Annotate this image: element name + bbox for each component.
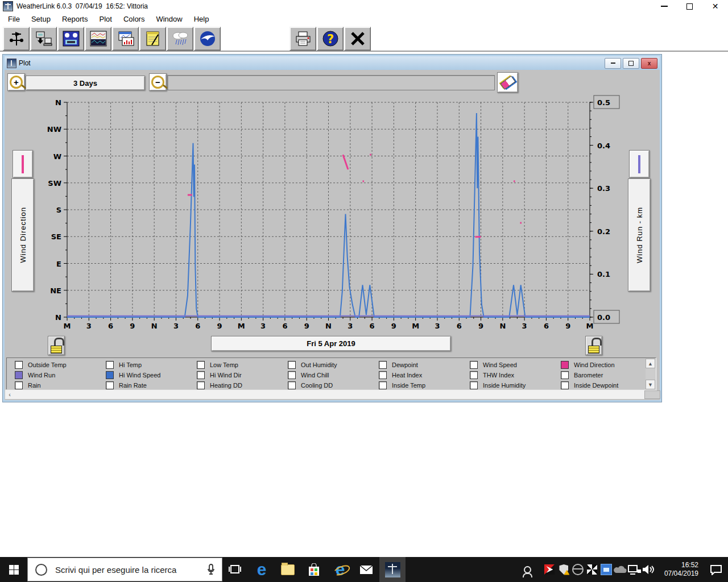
- taskbar-app-mail[interactable]: [353, 557, 379, 582]
- checkbox[interactable]: [561, 371, 569, 379]
- checkbox[interactable]: [197, 361, 205, 369]
- taskbar-app-store[interactable]: [301, 557, 327, 582]
- checkbox[interactable]: [288, 361, 296, 369]
- checkbox[interactable]: [15, 381, 23, 389]
- menu-file[interactable]: File: [2, 15, 26, 23]
- checkbox[interactable]: [15, 371, 23, 379]
- taskbar-clock[interactable]: 16:52 07/04/2019: [656, 561, 704, 578]
- checkbox[interactable]: [470, 371, 478, 379]
- wind-run-color-button[interactable]: [629, 150, 650, 178]
- option-wind-chill[interactable]: Wind Chill: [288, 371, 329, 379]
- option-hi-wind-dir[interactable]: Hi Wind Dir: [197, 371, 242, 379]
- lock-right-button[interactable]: [585, 336, 602, 355]
- close-plot-button[interactable]: [344, 27, 371, 51]
- kaspersky-icon[interactable]: [543, 557, 557, 582]
- lock-left-button[interactable]: [48, 336, 65, 355]
- option-rain-rate[interactable]: Rain Rate: [106, 381, 147, 389]
- checkbox[interactable]: [379, 361, 387, 369]
- option-thw-index[interactable]: THW Index: [470, 371, 514, 379]
- menu-colors[interactable]: Colors: [118, 15, 151, 23]
- plot-window-titlebar[interactable]: Plot x: [5, 56, 660, 70]
- onedrive-icon[interactable]: [614, 557, 628, 582]
- option-cooling-dd[interactable]: Cooling DD: [288, 381, 333, 389]
- checkbox[interactable]: [106, 361, 114, 369]
- remote-app-icon[interactable]: [599, 557, 614, 582]
- wind-direction-color-button[interactable]: [13, 150, 33, 178]
- defender-icon[interactable]: [557, 557, 571, 582]
- time-range-button[interactable]: 3 Days: [26, 76, 145, 90]
- checkbox[interactable]: [470, 381, 478, 389]
- checkbox[interactable]: [379, 371, 387, 379]
- scroll-up-icon[interactable]: ▲: [646, 359, 655, 368]
- microphone-icon[interactable]: [207, 564, 215, 575]
- option-heating-dd[interactable]: Heating DD: [197, 381, 242, 389]
- time-scroll-track[interactable]: [167, 75, 495, 90]
- checkbox[interactable]: [197, 381, 205, 389]
- network-icon[interactable]: [628, 557, 642, 582]
- action-center-button[interactable]: [704, 557, 728, 582]
- option-inside-humidity[interactable]: Inside Humidity: [470, 381, 526, 389]
- plot-close-button[interactable]: x: [641, 58, 657, 69]
- menu-window[interactable]: Window: [150, 15, 188, 23]
- checkbox[interactable]: [561, 381, 569, 389]
- restore-button[interactable]: [677, 0, 702, 13]
- rain-button[interactable]: [167, 27, 193, 51]
- option-heat-index[interactable]: Heat Index: [379, 371, 422, 379]
- taskbar-app-edge[interactable]: e: [249, 557, 275, 582]
- menu-plot[interactable]: Plot: [93, 15, 117, 23]
- bulletin-button[interactable]: [57, 27, 84, 51]
- checkbox[interactable]: [379, 381, 387, 389]
- menu-help[interactable]: Help: [188, 15, 215, 23]
- checkbox[interactable]: [288, 381, 296, 389]
- taskbar-app-file-explorer[interactable]: [275, 557, 301, 582]
- option-hi-temp[interactable]: Hi Temp: [106, 360, 142, 369]
- noaa-button[interactable]: [194, 27, 221, 51]
- date-button[interactable]: Fri 5 Apr 2019: [211, 336, 451, 351]
- taskbar-app-weatherlink[interactable]: [379, 557, 406, 582]
- volume-icon[interactable]: [642, 557, 656, 582]
- task-view-button[interactable]: [222, 557, 249, 582]
- checkbox[interactable]: [288, 371, 296, 379]
- checkbox[interactable]: [15, 361, 23, 369]
- taskbar-app-internet-explorer[interactable]: e: [327, 557, 353, 582]
- app-titlebar[interactable]: WeatherLink 6.0.3 07/04/19 16:52: Vittor…: [0, 0, 728, 13]
- checkbox[interactable]: [470, 361, 478, 369]
- help-button[interactable]: ?: [317, 27, 344, 51]
- search-input[interactable]: [54, 564, 200, 575]
- weather-station-button[interactable]: [3, 27, 30, 51]
- options-scrollbar[interactable]: ▲ ▼: [646, 359, 655, 389]
- hscroll-thumb[interactable]: [644, 390, 660, 399]
- menu-reports[interactable]: Reports: [56, 15, 94, 23]
- plot-minimize-button[interactable]: [605, 58, 621, 69]
- browser-tray-icon[interactable]: [571, 557, 585, 582]
- taskbar-search[interactable]: [27, 558, 222, 581]
- option-wind-speed[interactable]: Wind Speed: [470, 360, 517, 369]
- zoom-out-button[interactable]: −: [149, 73, 167, 91]
- zoom-in-button[interactable]: +: [7, 73, 25, 91]
- scroll-down-icon[interactable]: ▼: [646, 380, 655, 389]
- option-dewpoint[interactable]: Dewpoint: [379, 360, 418, 369]
- option-wind-direction[interactable]: Wind Direction: [561, 360, 615, 369]
- pinwheel-icon[interactable]: [585, 557, 599, 582]
- option-inside-dewpoint[interactable]: Inside Dewpoint: [561, 381, 618, 389]
- checkbox[interactable]: [561, 361, 569, 369]
- scroll-left-icon[interactable]: ‹: [5, 390, 14, 399]
- option-outside-temp[interactable]: Outside Temp: [15, 360, 67, 369]
- people-icon[interactable]: [520, 557, 535, 582]
- clear-plot-button[interactable]: [497, 72, 518, 93]
- option-rain[interactable]: Rain: [15, 381, 41, 389]
- download-button[interactable]: [30, 27, 57, 51]
- option-inside-temp[interactable]: Inside Temp: [379, 381, 425, 389]
- plot-button[interactable]: [85, 27, 111, 51]
- option-low-temp[interactable]: Low Temp: [197, 360, 238, 369]
- checkbox[interactable]: [106, 371, 114, 379]
- minimize-button[interactable]: [651, 0, 677, 13]
- print-button[interactable]: [289, 27, 316, 51]
- option-barometer[interactable]: Barometer: [561, 371, 603, 379]
- close-button[interactable]: ✕: [702, 0, 728, 13]
- checkbox[interactable]: [197, 371, 205, 379]
- report-button[interactable]: [112, 27, 139, 51]
- option-hi-wind-speed[interactable]: Hi Wind Speed: [106, 371, 160, 379]
- scroll-track[interactable]: [646, 368, 655, 380]
- checkbox[interactable]: [106, 381, 114, 389]
